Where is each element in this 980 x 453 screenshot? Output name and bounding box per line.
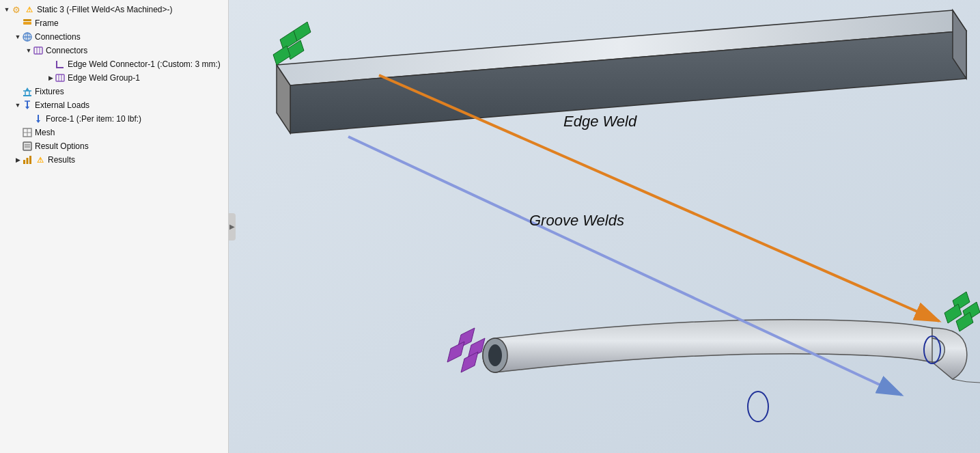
mesh-icon bbox=[22, 127, 33, 138]
viewport: Edge Weld Groove Welds ▶ bbox=[229, 0, 980, 453]
sidebar-item-results[interactable]: ▶ ⚠ Results bbox=[0, 153, 228, 167]
sidebar-item-static3[interactable]: ▼ ⚙ ⚠ Static 3 (-Fillet Weld<As Machined… bbox=[0, 3, 228, 16]
connections-icon bbox=[22, 31, 33, 42]
sidebar-item-connections-label: Connections bbox=[35, 32, 81, 42]
result-options-icon bbox=[22, 141, 33, 152]
svg-rect-30 bbox=[29, 156, 31, 164]
svg-rect-28 bbox=[23, 160, 25, 164]
sidebar-item-connectors[interactable]: ▼ Connectors bbox=[0, 44, 228, 57]
svg-marker-18 bbox=[25, 107, 29, 109]
sidebar-item-force-1[interactable]: ▶ Force-1 (:Per item: 10 lbf:) bbox=[0, 112, 228, 126]
svg-rect-9 bbox=[56, 74, 64, 81]
groove-welds-label: Groove Welds bbox=[529, 212, 624, 229]
sidebar-item-edge-weld-group-1[interactable]: ▶ Edge Weld Group-1 bbox=[0, 71, 228, 85]
results-warning-icon: ⚠ bbox=[35, 154, 46, 165]
edge-weld-group-icon bbox=[55, 72, 66, 83]
scene-svg: Edge Weld Groove Welds bbox=[229, 0, 980, 453]
sidebar-item-frame[interactable]: ▶ Frame bbox=[0, 16, 228, 30]
sidebar-item-ewg1-label: Edge Weld Group-1 bbox=[68, 73, 140, 83]
sidebar-item-mesh-label: Mesh bbox=[35, 128, 55, 137]
sidebar: ▼ ⚙ ⚠ Static 3 (-Fillet Weld<As Machined… bbox=[0, 0, 229, 453]
sidebar-item-results-label: Results bbox=[48, 155, 75, 165]
fixtures-icon bbox=[22, 86, 33, 97]
svg-rect-6 bbox=[34, 47, 42, 54]
sidebar-item-external-loads[interactable]: ▼ External Loads bbox=[0, 98, 228, 112]
sidebar-item-force1-label: Force-1 (:Per item: 10 lbf:) bbox=[46, 114, 141, 124]
connectors-icon bbox=[33, 45, 44, 56]
sidebar-item-edge-weld-connector-1[interactable]: ▶ Edge Weld Connector-1 (:Custom: 3 mm:) bbox=[0, 57, 228, 71]
svg-marker-16 bbox=[25, 87, 29, 91]
expand-arrow-connections[interactable]: ▼ bbox=[14, 33, 22, 41]
sidebar-collapse-handle[interactable]: ▶ bbox=[229, 213, 236, 241]
sidebar-item-fixtures-label: Fixtures bbox=[35, 87, 64, 96]
sidebar-item-mesh[interactable]: ▶ Mesh bbox=[0, 126, 228, 139]
sidebar-item-resultopts-label: Result Options bbox=[35, 141, 89, 151]
svg-marker-21 bbox=[36, 120, 40, 123]
sidebar-item-connections[interactable]: ▼ Connections bbox=[0, 30, 228, 44]
svg-point-38 bbox=[488, 344, 502, 366]
sidebar-item-ewc1-label: Edge Weld Connector-1 (:Custom: 3 mm:) bbox=[68, 59, 221, 69]
svg-rect-25 bbox=[23, 142, 31, 150]
expand-arrow-ewg1[interactable]: ▶ bbox=[46, 74, 55, 82]
edge-weld-label: Edge Weld bbox=[563, 113, 637, 130]
results-icon bbox=[22, 154, 33, 165]
sidebar-item-fixtures[interactable]: ▶ Fixtures bbox=[0, 85, 228, 98]
expand-arrow-static3[interactable]: ▼ bbox=[3, 5, 11, 14]
expand-arrow-connectors[interactable]: ▼ bbox=[25, 46, 33, 55]
frame-icon bbox=[22, 18, 33, 29]
svg-rect-1 bbox=[23, 19, 31, 21]
svg-rect-0 bbox=[23, 22, 31, 25]
warning-icon: ⚠ bbox=[24, 4, 35, 15]
expand-arrow-results[interactable]: ▶ bbox=[14, 156, 22, 164]
sidebar-item-result-options[interactable]: ▶ Result Options bbox=[0, 139, 228, 153]
sidebar-item-connectors-label: Connectors bbox=[46, 46, 87, 55]
external-loads-icon bbox=[22, 100, 33, 111]
svg-rect-29 bbox=[27, 158, 29, 164]
gear-icon: ⚙ bbox=[11, 4, 22, 15]
sidebar-item-frame-label: Frame bbox=[35, 18, 59, 28]
sidebar-item-extloads-label: External Loads bbox=[35, 100, 89, 110]
sidebar-item-static3-label: Static 3 (-Fillet Weld<As Machined>-) bbox=[37, 5, 173, 14]
expand-arrow-extloads[interactable]: ▼ bbox=[14, 101, 22, 109]
force-icon bbox=[33, 113, 44, 124]
edge-weld-connector-icon bbox=[55, 59, 66, 70]
